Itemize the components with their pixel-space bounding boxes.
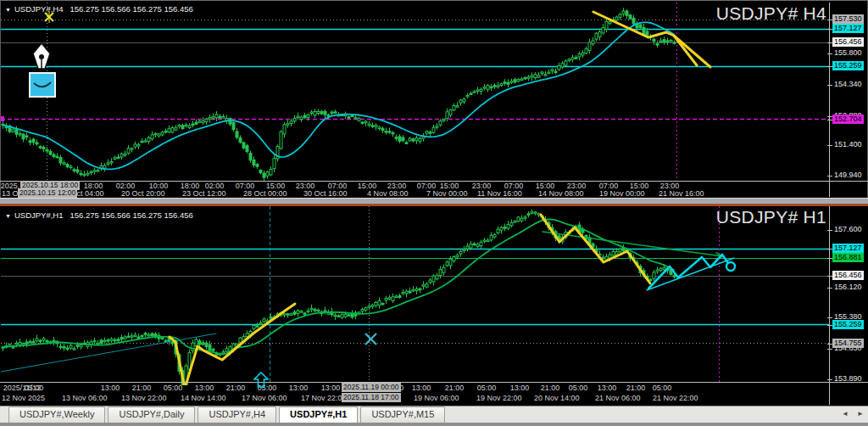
price-tick-157.600: 157.600 — [832, 225, 864, 234]
tab-usdjpy-m15[interactable]: USDJPY#,M15 — [360, 406, 445, 423]
price-tick-156.456: 156.456 — [832, 37, 864, 47]
price-tick-156.881: 156.881 — [832, 253, 864, 262]
chart-title-h1: ▼USDJPY#,H1156.275 156.566 156.275 156.4… — [5, 210, 193, 220]
tab-scroll-right-button[interactable]: ► — [857, 410, 864, 418]
price-tick-153.890: 153.890 — [832, 374, 864, 384]
up-arrow-icon[interactable] — [253, 372, 269, 389]
price-tick-154.340: 154.340 — [832, 80, 864, 89]
ohlc-readout-h1: 156.275 156.566 156.275 156.456 — [70, 210, 193, 220]
tab-scroll-left-button[interactable]: ◄ — [842, 410, 849, 418]
status-strip — [0, 423, 868, 426]
pen-icon[interactable] — [31, 42, 53, 70]
smile-curve — [31, 74, 54, 96]
tab-usdjpy-h4[interactable]: USDJPY#,H4 — [198, 406, 276, 423]
price-tick-157.127: 157.127 — [832, 244, 864, 253]
tab-scroll-arrows: ◄ ► — [835, 410, 864, 418]
ohlc-readout-h4: 156.275 156.566 156.275 156.456 — [70, 4, 193, 14]
price-tick-157.127: 157.127 — [832, 24, 864, 33]
price-tick-151.400: 151.400 — [832, 140, 864, 149]
window-splitter[interactable] — [0, 198, 868, 205]
chevron-down-icon: ▼ — [5, 7, 11, 13]
smiley-box-icon[interactable] — [29, 72, 56, 98]
chevron-down-icon: ▼ — [5, 213, 11, 219]
watermark-h4: USDJPY# H4 — [716, 3, 826, 24]
tab-usdjpy-daily[interactable]: USDJPY#,Daily — [108, 406, 195, 423]
sparkle-icon[interactable] — [42, 10, 56, 24]
chart-title-h4: ▼USDJPY#,H4156.275 156.566 156.275 156.4… — [5, 4, 193, 14]
price-tick-156.456: 156.456 — [832, 271, 864, 280]
price-tick-156.120: 156.120 — [832, 283, 864, 292]
price-tick-149.940: 149.940 — [832, 171, 864, 180]
chart-window-h4[interactable] — [0, 1, 868, 198]
price-tick-155.259: 155.259 — [832, 320, 864, 329]
cross-marker-icon[interactable] — [364, 332, 379, 347]
price-tick-152.704: 152.704 — [832, 115, 864, 124]
mt4-chart-workspace: USDJPY# H4 USDJPY# H1 ▼USDJPY#,H4156.275… — [0, 0, 868, 426]
chart-window-h1[interactable] — [0, 205, 868, 406]
tab-usdjpy-h1[interactable]: USDJPY#,H1 — [279, 406, 358, 423]
price-tick-157.530: 157.530 — [832, 14, 864, 24]
price-tick-155.259: 155.259 — [832, 61, 864, 70]
tab-usdjpy-weekly[interactable]: USDJPY#,Weekly — [8, 406, 105, 423]
price-tick-155.800: 155.800 — [832, 48, 864, 58]
price-tick-154.755: 154.755 — [832, 339, 864, 348]
watermark-h1: USDJPY# H1 — [716, 207, 826, 227]
chart-tab-bar: USDJPY#,WeeklyUSDJPY#,DailyUSDJPY#,H4USD… — [0, 406, 868, 423]
